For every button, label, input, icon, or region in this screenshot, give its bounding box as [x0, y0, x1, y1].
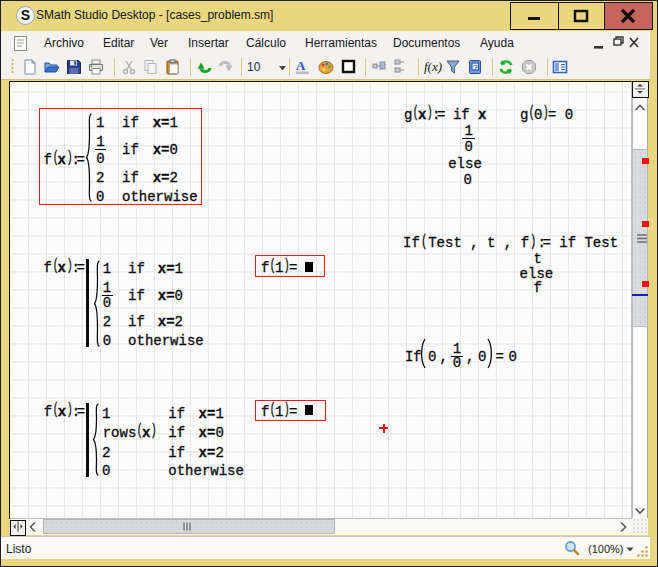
- svg-text:?: ?: [473, 63, 478, 72]
- svg-text:A: A: [296, 58, 306, 73]
